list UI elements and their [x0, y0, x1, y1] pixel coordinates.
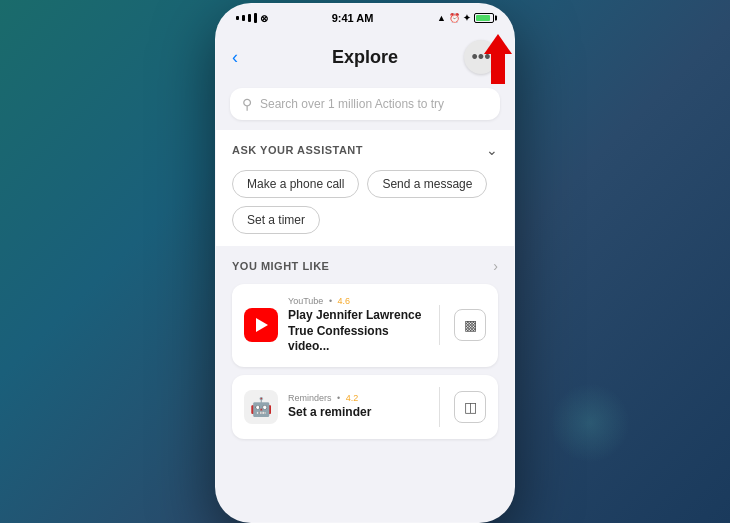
reminders-card-action[interactable]: ◫ [454, 391, 486, 423]
chevron-right-icon[interactable]: › [493, 258, 498, 274]
ask-assistant-section: ASK YOUR ASSISTANT ⌄ Make a phone call S… [216, 130, 514, 246]
you-might-like-title: YOU MIGHT LIKE [232, 260, 329, 272]
youtube-rating: 4.6 [338, 296, 351, 306]
signal-bar-2 [242, 15, 245, 21]
dot-separator-2: • [337, 393, 340, 403]
ask-assistant-header: ASK YOUR ASSISTANT ⌄ [232, 142, 498, 158]
reminders-card-meta: Reminders • 4.2 [288, 393, 425, 403]
message-icon: ▩ [464, 317, 477, 333]
youtube-card-title: Play Jennifer Lawrence True Confessions … [288, 308, 425, 355]
reminder-action-icon: ◫ [464, 399, 477, 415]
alarm-icon: ⏰ [449, 13, 460, 23]
youtube-card-action[interactable]: ▩ [454, 309, 486, 341]
status-right-icons: ▲ ⏰ ✦ [437, 13, 494, 23]
header: ‹ Explore ••• [216, 32, 514, 84]
more-button[interactable]: ••• [464, 40, 498, 74]
battery-icon [474, 13, 494, 23]
youtube-card-content: YouTube • 4.6 Play Jennifer Lawrence Tru… [288, 296, 425, 355]
chips-container: Make a phone call Send a message Set a t… [232, 170, 498, 234]
chevron-down-icon[interactable]: ⌄ [486, 142, 498, 158]
chip-send-message[interactable]: Send a message [367, 170, 487, 198]
youtube-app-icon [244, 308, 278, 342]
status-time: 9:41 AM [332, 12, 374, 24]
back-button[interactable]: ‹ [232, 47, 262, 68]
search-icon: ⚲ [242, 96, 252, 112]
reminders-card-title: Set a reminder [288, 405, 425, 421]
search-bar[interactable]: ⚲ Search over 1 million Actions to try [230, 88, 500, 120]
reminders-app-icon: 🤖 [244, 390, 278, 424]
wifi-icon: ⊗ [260, 13, 268, 24]
you-might-like-header: YOU MIGHT LIKE › [232, 258, 498, 274]
dot-separator: • [329, 296, 332, 306]
you-might-like-section: YOU MIGHT LIKE › YouTube • 4.6 Play Jenn… [216, 248, 514, 455]
battery-fill [476, 15, 490, 21]
search-placeholder: Search over 1 million Actions to try [260, 97, 444, 111]
signal-icons: ⊗ [236, 13, 268, 24]
signal-bar-4 [254, 13, 257, 23]
reminders-emoji: 🤖 [250, 396, 272, 418]
reminders-rating: 4.2 [346, 393, 359, 403]
status-bar: ⊗ 9:41 AM ▲ ⏰ ✦ [216, 4, 514, 32]
youtube-app-name: YouTube [288, 296, 323, 306]
reminders-card-content: Reminders • 4.2 Set a reminder [288, 393, 425, 421]
signal-bar-3 [248, 14, 251, 22]
card-reminders[interactable]: 🤖 Reminders • 4.2 Set a reminder ◫ [232, 375, 498, 439]
bluetooth-icon: ✦ [463, 13, 471, 23]
chip-set-timer[interactable]: Set a timer [232, 206, 320, 234]
card-youtube[interactable]: YouTube • 4.6 Play Jennifer Lawrence Tru… [232, 284, 498, 367]
youtube-play-icon [256, 318, 268, 332]
signal-bar-1 [236, 16, 239, 20]
chip-phone-call[interactable]: Make a phone call [232, 170, 359, 198]
page-title: Explore [332, 47, 398, 68]
card-divider [439, 305, 440, 345]
location-icon: ▲ [437, 13, 446, 23]
app-content: ‹ Explore ••• ⚲ Search over 1 million Ac… [216, 32, 514, 522]
ask-assistant-title: ASK YOUR ASSISTANT [232, 144, 363, 156]
phone-mockup: ⊗ 9:41 AM ▲ ⏰ ✦ ‹ Explore ••• [215, 3, 515, 523]
reminders-app-name: Reminders [288, 393, 332, 403]
card-divider-2 [439, 387, 440, 427]
youtube-card-meta: YouTube • 4.6 [288, 296, 425, 306]
